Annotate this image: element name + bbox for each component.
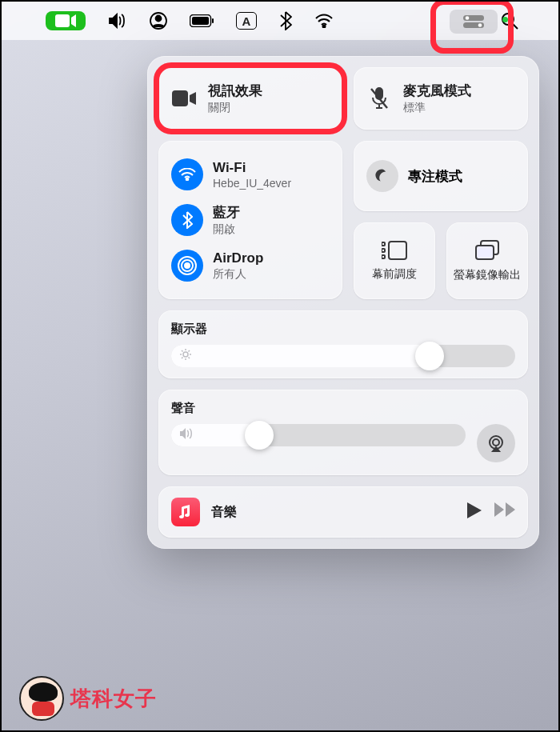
svg-rect-0 (55, 14, 70, 27)
screen-mirroring-tile[interactable]: 螢幕鏡像輸出 (446, 222, 528, 299)
svg-rect-5 (212, 18, 214, 23)
watermark: 塔科女子 (19, 676, 157, 721)
watermark-avatar-icon (19, 676, 64, 721)
stage-manager-icon (382, 241, 407, 263)
mic-mode-tile[interactable]: 麥克風模式 標準 (354, 67, 528, 130)
wifi-title: Wi-Fi (213, 160, 291, 176)
display-title: 顯示器 (171, 322, 515, 337)
airplay-audio-button[interactable] (477, 424, 515, 462)
wifi-icon (171, 158, 203, 190)
airdrop-status: 所有人 (213, 267, 263, 282)
apple-music-icon (171, 498, 200, 526)
control-center-panel: 視訊效果 關閉 麥克風模式 標準 Wi-Fi Hebe_IU_4ever (147, 56, 539, 549)
sound-title: 聲音 (171, 401, 515, 416)
svg-rect-19 (382, 242, 385, 246)
video-effects-title: 視訊效果 (208, 82, 262, 100)
svg-point-15 (186, 178, 189, 181)
connectivity-tile: Wi-Fi Hebe_IU_4ever 藍牙 開啟 AirDrop (158, 141, 342, 299)
annotation-highlight-cc (430, 0, 514, 54)
video-effects-status: 關閉 (208, 101, 262, 115)
play-button[interactable] (467, 502, 482, 522)
facetime-menubar-icon[interactable] (46, 11, 86, 30)
svg-point-2 (156, 16, 162, 22)
music-title: 音樂 (211, 504, 456, 521)
airdrop-toggle[interactable]: AirDrop 所有人 (171, 243, 330, 288)
airdrop-title: AirDrop (213, 250, 263, 266)
focus-tile[interactable]: 專注模式 (354, 141, 528, 211)
stage-manager-label: 幕前調度 (372, 268, 417, 281)
music-tile[interactable]: 音樂 (158, 486, 528, 538)
mic-muted-icon (366, 87, 392, 110)
wifi-network: Hebe_IU_4ever (213, 177, 291, 190)
stage-manager-tile[interactable]: 幕前調度 (354, 222, 435, 299)
moon-icon (366, 160, 398, 192)
watermark-text: 塔科女子 (70, 685, 157, 713)
svg-rect-12 (172, 90, 188, 106)
bluetooth-menubar-icon[interactable] (279, 11, 292, 30)
screen-mirroring-icon (475, 240, 499, 264)
screen-mirroring-label: 螢幕鏡像輸出 (454, 269, 521, 282)
bluetooth-toggle[interactable]: 藍牙 開啟 (171, 197, 330, 243)
svg-point-25 (183, 352, 188, 357)
input-source-menubar-icon[interactable]: A (236, 12, 257, 30)
brightness-slider[interactable] (171, 345, 515, 367)
svg-rect-24 (476, 246, 494, 259)
bluetooth-status: 開啟 (213, 222, 240, 237)
svg-point-6 (323, 26, 326, 28)
svg-rect-20 (382, 249, 385, 252)
video-effects-tile[interactable]: 視訊效果 關閉 (158, 67, 342, 130)
wifi-toggle[interactable]: Wi-Fi Hebe_IU_4ever (171, 152, 330, 197)
volume-slider[interactable] (171, 424, 466, 446)
svg-point-16 (185, 263, 190, 268)
sound-tile: 聲音 (158, 390, 528, 475)
battery-menubar-icon[interactable] (190, 14, 214, 27)
video-camera-icon (171, 90, 197, 106)
airplay-icon (486, 434, 506, 453)
bluetooth-title: 藍牙 (213, 203, 240, 222)
bluetooth-icon (171, 204, 203, 236)
svg-rect-4 (192, 17, 209, 25)
svg-point-26 (493, 439, 499, 446)
speaker-icon (179, 428, 194, 442)
next-button[interactable] (494, 502, 515, 522)
mic-mode-title: 麥克風模式 (403, 82, 471, 100)
display-tile: 顯示器 (158, 310, 528, 378)
mic-mode-status: 標準 (403, 101, 471, 115)
focus-title: 專注模式 (408, 167, 462, 186)
volume-menubar-icon[interactable] (108, 13, 127, 29)
airdrop-icon (171, 250, 203, 282)
user-menubar-icon[interactable] (150, 12, 167, 30)
svg-rect-21 (382, 255, 385, 258)
svg-rect-22 (389, 242, 406, 259)
wifi-menubar-icon[interactable] (314, 14, 334, 28)
brightness-icon (179, 348, 192, 364)
